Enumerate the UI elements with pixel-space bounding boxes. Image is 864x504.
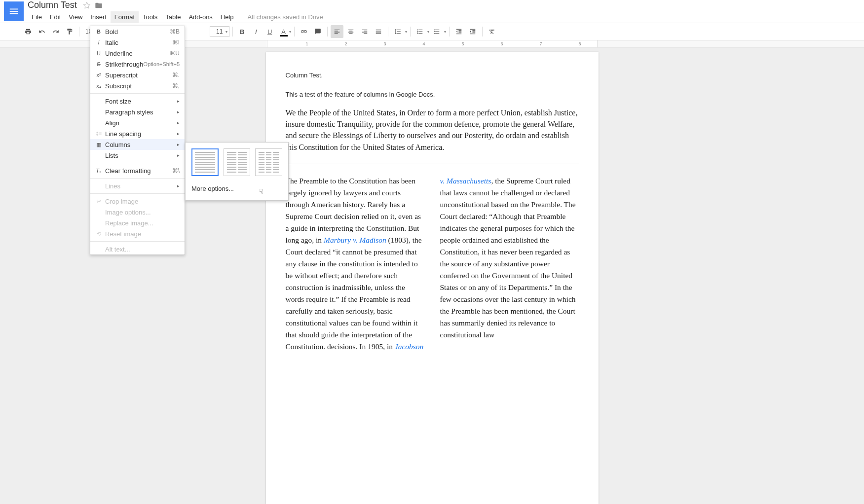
align-center-button[interactable]	[344, 25, 357, 38]
insert-comment-button[interactable]	[311, 25, 324, 38]
submenu-arrow-icon: ▸	[177, 99, 180, 104]
format-clear-formatting[interactable]: Tₓ Clear formatting ⌘\	[90, 165, 185, 176]
format-font-size[interactable]: Font size ▸	[90, 96, 185, 107]
docs-app-icon[interactable]	[4, 1, 24, 21]
columns-submenu: More options...	[185, 142, 289, 201]
columns-icon: ▦	[94, 142, 103, 148]
submenu-arrow-icon: ▸	[177, 153, 180, 158]
format-superscript[interactable]: x² Superscript ⌘.	[90, 70, 185, 80]
menu-help[interactable]: Help	[217, 11, 238, 23]
ruler-mark: 7	[540, 41, 542, 46]
format-align[interactable]: Align ▸	[90, 117, 185, 128]
columns-option-3[interactable]	[255, 148, 282, 176]
crop-icon: ✂	[94, 198, 103, 205]
svg-rect-0	[10, 9, 18, 10]
menu-format[interactable]: Format	[111, 11, 139, 23]
italic-icon: I	[94, 39, 103, 45]
format-image-options: Image options...	[90, 207, 185, 217]
doc-intro: This a test of the feature of columns in…	[286, 91, 579, 98]
format-lines: Lines ▸	[90, 180, 185, 191]
page[interactable]: Column Test. This a test of the feature …	[266, 52, 599, 504]
submenu-arrow-icon: ▸	[177, 142, 180, 147]
format-line-spacing[interactable]: ‡≡ Line spacing ▸	[90, 128, 185, 139]
submenu-arrow-icon: ▸	[177, 131, 180, 136]
column-body: The Preamble to the Constitution has bee…	[286, 175, 579, 353]
increase-indent-button[interactable]	[466, 25, 479, 38]
align-left-button[interactable]	[331, 25, 343, 38]
menu-addons[interactable]: Add-ons	[185, 11, 216, 23]
menu-table[interactable]: Table	[161, 11, 185, 23]
subscript-icon: x₂	[94, 83, 103, 89]
bulleted-list-button[interactable]	[430, 25, 443, 38]
paint-format-button[interactable]	[63, 25, 76, 38]
bold-icon: B	[94, 29, 103, 35]
format-bold[interactable]: B Bold ⌘B	[90, 26, 185, 37]
line-spacing-button[interactable]	[391, 25, 404, 38]
body-text: The Preamble to the Constitution has bee…	[286, 177, 421, 244]
print-button[interactable]	[22, 25, 35, 38]
folder-icon[interactable]	[95, 1, 103, 9]
columns-option-1[interactable]	[191, 148, 219, 176]
italic-button[interactable]: I	[250, 25, 263, 38]
align-right-button[interactable]	[358, 25, 371, 38]
star-icon[interactable]	[83, 1, 91, 9]
document-title[interactable]: Column Test	[28, 0, 77, 10]
format-paragraph-styles[interactable]: Paragraph styles ▸	[90, 107, 185, 117]
bold-button[interactable]: B	[236, 25, 249, 38]
format-alt-text: Alt text...	[90, 244, 185, 254]
numbered-list-button[interactable]	[413, 25, 426, 38]
undo-button[interactable]	[36, 25, 48, 38]
doc-heading: Column Test.	[286, 72, 579, 79]
format-replace-image: Replace image...	[90, 217, 185, 228]
menu-insert[interactable]: Insert	[86, 11, 111, 23]
link-marbury[interactable]: Marbury v. Madison	[324, 236, 386, 244]
underline-icon: U	[94, 50, 103, 56]
format-subscript[interactable]: x₂ Subscript ⌘,	[90, 80, 185, 91]
redo-button[interactable]	[49, 25, 62, 38]
menu-edit[interactable]: Edit	[46, 11, 65, 23]
format-crop-image: ✂ Crop image	[90, 196, 185, 207]
ruler-mark: 4	[423, 41, 425, 46]
columns-more-options[interactable]: More options...	[191, 183, 282, 194]
underline-button[interactable]: U	[263, 25, 276, 38]
clear-formatting-icon: Tₓ	[94, 168, 103, 174]
body-text: (1803), the Court declared “it cannot be…	[286, 236, 422, 351]
menu-view[interactable]: View	[65, 11, 86, 23]
ruler-mark: 6	[501, 41, 503, 46]
format-lists[interactable]: Lists ▸	[90, 150, 185, 161]
align-justify-button[interactable]	[372, 25, 385, 38]
body-text: , the Supreme Court ruled that laws cann…	[440, 177, 576, 339]
ruler-mark: 2	[345, 41, 347, 46]
decrease-indent-button[interactable]	[452, 25, 465, 38]
svg-rect-1	[10, 11, 18, 12]
text-color-button[interactable]: A	[277, 25, 290, 38]
ruler-mark: 3	[384, 41, 386, 46]
menubar: File Edit View Insert Format Tools Table…	[28, 10, 323, 23]
titlebar: Column Test File Edit View Insert Format…	[0, 0, 864, 23]
ruler-mark: 8	[579, 41, 581, 46]
insert-link-button[interactable]	[298, 25, 310, 38]
font-size-input[interactable]: 11	[210, 26, 229, 37]
columns-option-2[interactable]	[224, 148, 251, 176]
superscript-icon: x²	[94, 72, 103, 78]
ruler-mark: 5	[462, 41, 464, 46]
horizontal-rule	[286, 164, 579, 164]
strikethrough-icon: S	[94, 61, 103, 67]
ruler-mark: 1	[306, 41, 308, 46]
menu-file[interactable]: File	[28, 11, 46, 23]
clear-formatting-button[interactable]	[486, 25, 498, 38]
save-status: All changes saved in Drive	[248, 13, 323, 21]
format-underline[interactable]: U Underline ⌘U	[90, 48, 185, 59]
format-columns[interactable]: ▦ Columns ▸	[90, 139, 185, 150]
reset-icon: ⟲	[94, 231, 103, 237]
format-dropdown-menu: B Bold ⌘B I Italic ⌘I U Underline ⌘U S S…	[90, 26, 185, 255]
submenu-arrow-icon: ▸	[177, 183, 180, 188]
preamble-text: We the People of the United States, in O…	[286, 107, 579, 153]
format-reset-image: ⟲ Reset image	[90, 228, 185, 239]
svg-rect-2	[10, 13, 18, 14]
submenu-arrow-icon: ▸	[177, 109, 180, 114]
menu-tools[interactable]: Tools	[139, 11, 161, 23]
format-italic[interactable]: I Italic ⌘I	[90, 37, 185, 48]
format-strikethrough[interactable]: S Strikethrough Option+Shift+5	[90, 59, 185, 70]
line-spacing-icon: ‡≡	[94, 131, 103, 137]
